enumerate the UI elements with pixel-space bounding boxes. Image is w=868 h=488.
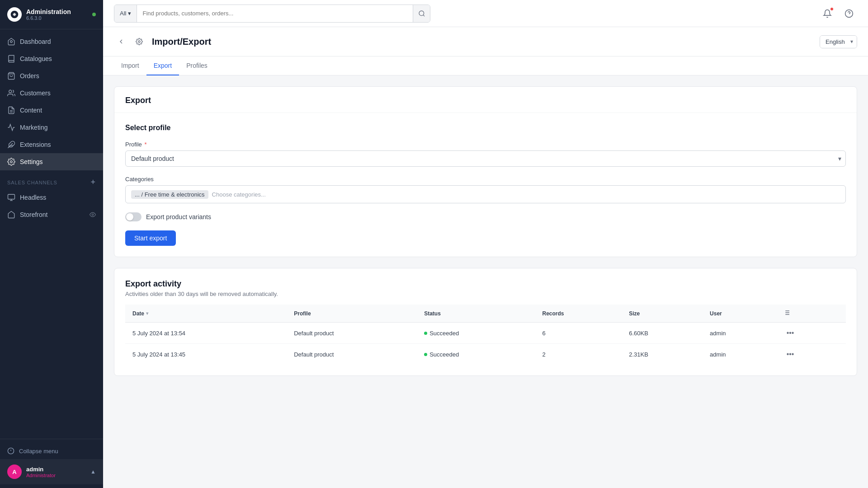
export-card-header: Export [114, 87, 857, 113]
svg-rect-9 [8, 194, 15, 199]
col-profile: Profile [287, 305, 417, 323]
sidebar-item-label: Extensions [20, 141, 51, 148]
user-role: Administrator [26, 473, 86, 478]
search-filter-btn[interactable]: All ▾ [114, 5, 137, 22]
categories-input[interactable]: ... / Free time & electronics Choose cat… [125, 185, 846, 203]
page-nav [114, 34, 146, 49]
sidebar-item-customers[interactable]: Customers [0, 84, 103, 102]
help-btn[interactable] [841, 5, 857, 22]
start-export-btn[interactable]: Start export [125, 230, 176, 246]
cell-records: 2 [535, 344, 622, 365]
cell-date: 5 July 2024 at 13:45 [125, 344, 287, 365]
columns-icon [783, 309, 790, 316]
tab-profiles[interactable]: Profiles [179, 56, 215, 75]
sidebar-item-orders[interactable]: Orders [0, 67, 103, 84]
language-select[interactable]: English German French [820, 36, 857, 48]
svg-point-1 [10, 41, 13, 43]
page-settings-btn[interactable] [132, 34, 146, 49]
app-logo [7, 7, 22, 22]
col-user: User [703, 305, 776, 323]
page-content: Export Select profile Profile * Default … [103, 75, 868, 488]
sidebar-item-settings[interactable]: Settings [0, 153, 103, 170]
export-variants-label: Export product variants [146, 213, 211, 221]
status-dot [424, 332, 427, 335]
date-sort-icon: ▾ [146, 311, 148, 316]
collapse-menu-label: Collapse menu [19, 448, 58, 455]
marketing-icon [7, 123, 15, 131]
export-activity-title: Export activity [125, 279, 846, 289]
add-sales-channel-btn[interactable]: + [91, 178, 96, 187]
search-filter-chevron-icon: ▾ [128, 10, 131, 17]
status-text: Succeeded [429, 330, 459, 337]
topbar: All ▾ [103, 0, 868, 27]
toggle-knob [126, 213, 133, 221]
row-actions-btn[interactable]: ••• [783, 328, 798, 338]
cell-actions: ••• [776, 344, 846, 365]
profile-select[interactable]: Default product [125, 150, 846, 167]
col-status: Status [417, 305, 535, 323]
sidebar-item-label: Orders [20, 72, 39, 80]
sidebar-item-label: Catalogues [20, 55, 52, 62]
col-date: Date ▾ [125, 305, 287, 323]
export-variants-toggle[interactable] [125, 212, 142, 221]
sidebar-item-label: Customers [20, 89, 51, 97]
settings-icon [7, 158, 15, 166]
svg-point-12 [92, 214, 94, 216]
cell-actions: ••• [776, 323, 846, 344]
settings-icon [136, 38, 143, 45]
back-btn[interactable] [114, 34, 128, 49]
app-brand: Administration 6.6.3.0 [26, 8, 71, 21]
user-name: admin [26, 466, 86, 473]
cell-status: Succeeded [417, 323, 535, 344]
collapse-menu-btn[interactable]: Collapse menu [0, 443, 103, 459]
tab-import[interactable]: Import [114, 56, 146, 75]
search-input[interactable] [137, 10, 413, 17]
table-row: 5 July 2024 at 13:54 Default product Suc… [125, 323, 846, 344]
row-actions-btn[interactable]: ••• [783, 349, 798, 359]
user-menu[interactable]: A admin Administrator ▲ [0, 459, 103, 484]
sidebar-item-catalogues[interactable]: Catalogues [0, 50, 103, 67]
profile-label: Profile * [125, 141, 846, 148]
cell-profile: Default product [287, 344, 417, 365]
sidebar-item-headless[interactable]: Headless [0, 189, 103, 206]
sidebar-item-content[interactable]: Content [0, 102, 103, 119]
notification-badge [830, 7, 834, 11]
avatar: A [7, 465, 22, 479]
table-row: 5 July 2024 at 13:45 Default product Suc… [125, 344, 846, 365]
export-card-title: Export [125, 96, 846, 105]
category-tag: ... / Free time & electronics [131, 190, 208, 199]
sidebar-item-extensions[interactable]: Extensions [0, 136, 103, 153]
notifications-btn[interactable] [819, 5, 835, 22]
status-dot [424, 353, 427, 356]
cell-profile: Default product [287, 323, 417, 344]
orders-icon [7, 72, 15, 80]
export-card: Export Select profile Profile * Default … [114, 86, 857, 257]
tab-export[interactable]: Export [146, 56, 179, 75]
catalogues-icon [7, 55, 15, 63]
tabs-bar: Import Export Profiles [103, 56, 868, 75]
sidebar-item-label: Content [20, 107, 42, 114]
topbar-actions [819, 5, 857, 22]
page-header: Import/Export English German French ▾ [103, 27, 868, 56]
col-records: Records [535, 305, 622, 323]
select-profile-heading: Select profile [125, 124, 846, 132]
sidebar-item-storefront[interactable]: Storefront [0, 206, 103, 223]
categories-form-group: Categories ... / Free time & electronics… [125, 176, 846, 203]
cell-size: 2.31KB [622, 344, 703, 365]
sidebar-footer: Collapse menu A admin Administrator ▲ [0, 439, 103, 488]
col-size: Size [622, 305, 703, 323]
page-title: Import/Export [152, 37, 814, 47]
profile-select-wrap: Default product ▾ [125, 150, 846, 167]
svg-point-17 [138, 41, 140, 42]
sidebar-item-marketing[interactable]: Marketing [0, 119, 103, 136]
sidebar-nav: Dashboard Catalogues Orders Customers Co… [0, 29, 103, 439]
status-text: Succeeded [429, 351, 459, 358]
sidebar-item-dashboard[interactable]: Dashboard [0, 33, 103, 50]
search-group: All ▾ [114, 5, 430, 23]
svg-point-14 [419, 11, 424, 16]
export-activity-table: Date ▾ Profile Status Records Size User [125, 305, 846, 365]
search-submit-btn[interactable] [413, 5, 430, 22]
columns-config-btn[interactable] [783, 309, 790, 318]
cell-size: 6.60KB [622, 323, 703, 344]
search-filter-label: All [120, 10, 126, 17]
